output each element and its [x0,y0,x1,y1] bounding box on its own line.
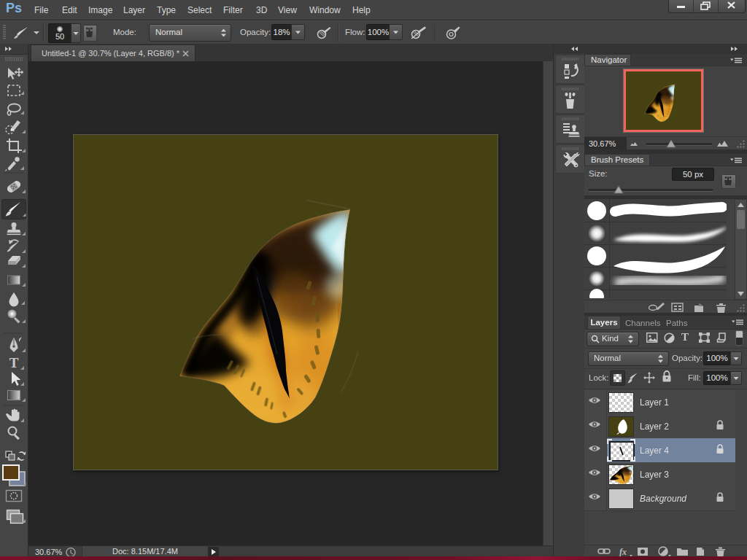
svg-text:T: T [9,355,19,370]
svg-text:fx: fx [619,547,627,557]
svg-text:50: 50 [55,32,64,41]
